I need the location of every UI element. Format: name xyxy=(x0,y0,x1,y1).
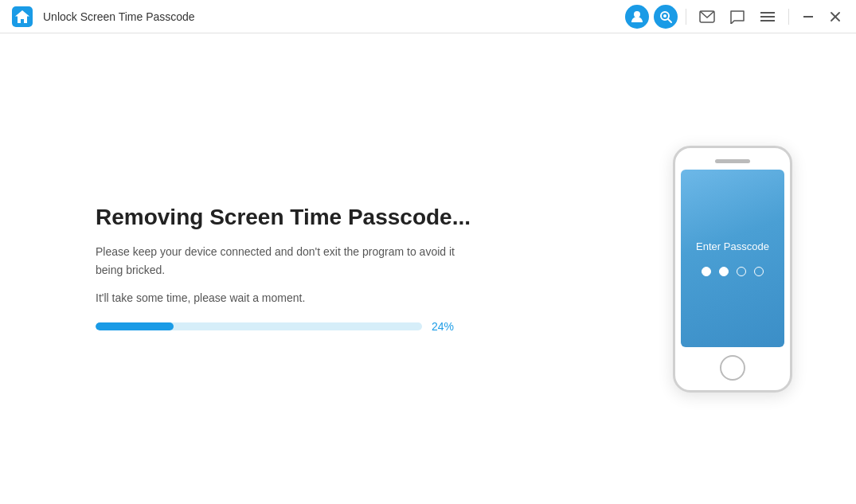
left-section: Removing Screen Time Passcode... Please … xyxy=(96,205,478,333)
progress-percent: 24% xyxy=(432,320,460,333)
search-icon[interactable] xyxy=(654,5,678,29)
progress-container: 24% xyxy=(96,320,478,333)
dot-2 xyxy=(719,267,729,276)
phone-screen: Enter Passcode xyxy=(681,170,784,347)
phone-speaker xyxy=(715,159,750,163)
mail-icon[interactable] xyxy=(694,4,720,29)
phone-mockup: Enter Passcode xyxy=(673,146,792,393)
passcode-dots xyxy=(702,267,764,276)
title-bar: Unlock Screen Time Passcode xyxy=(0,0,856,33)
dot-1 xyxy=(702,267,711,276)
close-button[interactable] xyxy=(824,6,846,28)
home-icon[interactable] xyxy=(10,4,35,29)
dot-4 xyxy=(754,267,764,276)
svg-point-1 xyxy=(634,11,640,18)
menu-icon[interactable] xyxy=(755,4,780,29)
svg-line-3 xyxy=(668,19,671,22)
phone-home-btn-area xyxy=(675,347,790,390)
progress-bar-fill xyxy=(96,322,174,330)
user-icon[interactable] xyxy=(625,5,649,29)
main-content: Removing Screen Time Passcode... Please … xyxy=(0,33,856,504)
phone-home-button xyxy=(720,355,745,381)
wait-text: It'll take some time, please wait a mome… xyxy=(96,291,478,304)
separator xyxy=(686,9,686,25)
progress-bar-track xyxy=(96,322,422,330)
passcode-label: Enter Passcode xyxy=(696,240,769,252)
app-title: Unlock Screen Time Passcode xyxy=(43,10,195,23)
dot-3 xyxy=(737,267,746,276)
separator2 xyxy=(788,9,789,25)
minimize-button[interactable] xyxy=(797,6,819,28)
title-bar-left: Unlock Screen Time Passcode xyxy=(10,4,617,29)
svg-rect-9 xyxy=(803,16,813,18)
main-heading: Removing Screen Time Passcode... xyxy=(96,205,478,230)
description-text: Please keep your device connected and do… xyxy=(96,243,478,279)
chat-icon[interactable] xyxy=(725,4,750,29)
svg-point-4 xyxy=(663,14,666,18)
title-bar-right xyxy=(625,4,846,29)
